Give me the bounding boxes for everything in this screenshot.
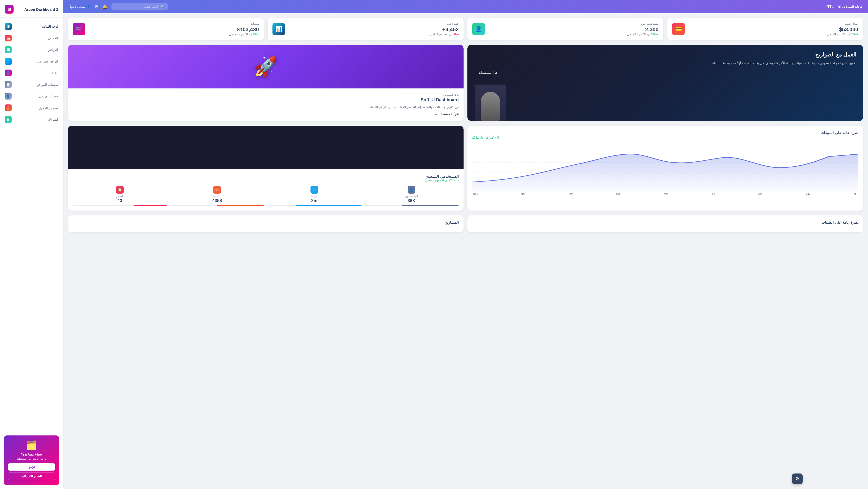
active-users-header: المستخدمين النشطين (+23%) من الأسبوع الم… <box>73 174 459 182</box>
sidebar-item-label-7: تسجيل الدخول <box>38 106 58 110</box>
stats-row: اموال اليوم $53,000 +55% من الأسبوع الما… <box>68 18 863 40</box>
sidebar-item-4[interactable]: RTL 🌐 <box>0 67 63 79</box>
sidebar-item-label-0: لوحة القيادة <box>42 25 58 28</box>
banner-light-text: من الألوان والبطاقات والطباعة إلى العناص… <box>73 105 459 110</box>
x-label: Nov <box>521 193 525 195</box>
metric-value-2: 435$ <box>170 198 265 203</box>
stat-icon-3: 🛒 <box>73 23 85 35</box>
sidebar-item-8[interactable]: اشتراك 📋 <box>0 114 63 125</box>
sidebar-item-7[interactable]: تسجيل الدخول 🔒 <box>0 102 63 114</box>
sidebar-item-6[interactable]: حساب تعريفي 👤 <box>0 90 63 102</box>
sales-chart-card: نظرة عامة على المبيعات ↑ 4% اكثر في عام … <box>467 126 863 210</box>
user-login[interactable]: 👤 يسجل دخول <box>69 5 91 8</box>
metric-item-1: 🐦 نقرات 2m <box>267 186 362 206</box>
metric-value-3: 43 <box>73 198 167 203</box>
active-users-content: المستخدمين النشطين (+23%) من الأسبوع الم… <box>68 169 464 210</box>
metric-bar-3 <box>73 205 167 206</box>
stat-change-1: +33% من الأسبوع الماضي <box>627 33 658 36</box>
sales-chart-svg <box>472 143 858 192</box>
page-title: RTL <box>826 5 834 9</box>
stat-info-3: مبيعات $103,430 +5% من الأسبوع الماضي <box>229 22 259 36</box>
settings-gear-icon: ⚙ <box>795 476 799 482</box>
sidebar-icon-4: 🌐 <box>5 69 11 76</box>
sidebar-icon-3: 🌐 <box>5 58 11 65</box>
upgrade-button[interactable]: التطور للاحترافية <box>8 472 55 480</box>
dashboard-body: اموال اليوم $53,000 +55% من الأسبوع الما… <box>63 13 868 489</box>
breadcrumb-separator: / <box>843 5 845 8</box>
sidebar-item-1[interactable]: الجداول 📅 <box>0 32 63 44</box>
sidebar-item-3[interactable]: الواقع الافتراضي 🌐 <box>0 56 63 67</box>
sidebar-item-label-6: حساب تعريفي <box>39 94 58 98</box>
metric-label-3: العناصر <box>73 195 167 198</box>
charts-row: نظرة عامة على المبيعات ↑ 4% اكثر في عام … <box>68 126 863 210</box>
documentation-button[interactable]: توثيق <box>8 463 55 470</box>
orders-title: نظرة عامة على الطلبات <box>472 220 858 225</box>
sidebar-item-2[interactable]: الفواتير 🧾 <box>0 44 63 56</box>
sidebar-logo-icon: ⊞ <box>5 5 13 13</box>
stat-change-3: +5% من الأسبوع الماضي <box>229 33 259 36</box>
active-users-title: المستخدمين النشطين <box>73 174 459 179</box>
sidebar-help-icon: 🗂️ <box>8 440 55 451</box>
chart-header: نظرة عامة على المبيعات ↑ 4% اكثر في عام … <box>472 131 858 139</box>
notification-icon[interactable]: 🔔 <box>102 4 107 9</box>
sidebar-item-5[interactable]: صفحات المرافق 📑 <box>0 79 63 90</box>
search-input[interactable] <box>114 5 158 8</box>
banner-light: 🚀 بناها المطورون Soft UI Dashboard من ال… <box>68 45 464 121</box>
metric-bar-0 <box>365 205 459 206</box>
metric-bar-2 <box>170 205 265 206</box>
sidebar: Argon Dashboard 2 ⊞ لوحة القيادة 🖥 الجدا… <box>0 0 63 489</box>
x-label: Sep <box>616 193 620 195</box>
stat-card-3: مبيعات $103,430 +5% من الأسبوع الماضي 🛒 <box>68 18 264 40</box>
breadcrumb-parent: لوحات القيادة <box>846 5 862 8</box>
banner-light-link[interactable]: اقرأ المستندات ← <box>73 112 459 116</box>
chart-subtitle-text: ↑ 4% اكثر في عام 2021 <box>472 136 502 139</box>
sidebar-icon-1: 📅 <box>5 35 11 41</box>
settings-icon[interactable]: ⚙ <box>94 4 98 9</box>
stat-icon-1: 👤 <box>472 23 485 35</box>
search-box[interactable]: 🔍 <box>112 3 167 10</box>
metric-label-2: مبيعات <box>170 195 265 198</box>
metric-item-0: 👤 المستخدمون 36K <box>365 186 459 206</box>
metric-icon-2: 🛍 <box>213 186 221 194</box>
stat-change-0: +55% من الأسبوع الماضي <box>827 33 858 36</box>
sidebar-icon-2: 🧾 <box>5 46 11 53</box>
sidebar-icon-7: 🔒 <box>5 105 11 111</box>
chart-title: نظرة عامة على المبيعات <box>472 131 858 135</box>
sidebar-logo-text: Argon Dashboard 2 <box>25 7 58 11</box>
projects-card: المشاريع <box>68 215 464 232</box>
banner-dark-content: العمل مع الصواريخ تكوين الثروة هو لعبة ت… <box>474 52 857 75</box>
sidebar-help-text: يرجى التحقق من مستنداتنا <box>8 457 55 460</box>
login-label: يسجل دخول <box>69 5 85 8</box>
stat-label-0: اموال اليوم <box>827 22 858 25</box>
banner-light-content: بناها المطورون Soft UI Dashboard من الأل… <box>68 88 464 121</box>
sidebar-item-label-5: صفحات المرافق <box>36 83 58 87</box>
banner-dark: العمل مع الصواريخ تكوين الثروة هو لعبة ت… <box>467 45 863 121</box>
sidebar-item-0[interactable]: لوحة القيادة 🖥 <box>0 21 63 32</box>
settings-button[interactable]: ⚙ <box>792 473 803 484</box>
breadcrumb-current: RTL <box>838 5 843 8</box>
stat-card-0: اموال اليوم $53,000 +55% من الأسبوع الما… <box>667 18 863 40</box>
sidebar-icon-8: 📋 <box>5 116 11 123</box>
stat-card-1: مستخدمو اليوم 2,300 +33% من الأسبوع الما… <box>467 18 663 40</box>
stat-info-0: اموال اليوم $53,000 +55% من الأسبوع الما… <box>827 22 858 36</box>
sidebar-help-box: 🗂️ تحتاج مساعدة؟ يرجى التحقق من مستنداتن… <box>4 435 59 485</box>
metric-label-0: المستخدمون <box>365 195 459 198</box>
sidebar-item-label-2: الفواتير <box>48 48 58 52</box>
sidebar-item-label-4: RTL <box>52 71 58 75</box>
sidebar-navigation: لوحة القيادة 🖥 الجداول 📅 الفواتير 🧾 الوا… <box>0 18 63 432</box>
metric-icon-0: 👤 <box>408 186 415 194</box>
stat-icon-0: 💳 <box>672 23 685 35</box>
metric-bar-fill-0 <box>402 205 459 206</box>
metric-value-1: 2m <box>267 198 362 203</box>
banner-dark-link[interactable]: اقرأ المستندات ← <box>474 71 857 75</box>
banner-dark-title: العمل مع الصواريخ <box>474 52 857 58</box>
banner-light-title: Soft UI Dashboard <box>73 97 459 103</box>
banner-light-subtitle: بناها المطورون <box>73 93 459 96</box>
sidebar-item-label-1: الجداول <box>48 36 58 40</box>
metric-item-3: 📋 العناصر 43 <box>73 186 167 206</box>
topnav-actions: 🔍 🔔 ⚙ 👤 يسجل دخول <box>69 3 167 10</box>
stat-label-2: عملاء جدد <box>429 22 459 25</box>
stat-label-3: مبيعات <box>229 22 259 25</box>
stat-info-2: عملاء جدد 3,462+ -2% من الأسبوع الماضي <box>429 22 459 36</box>
stat-info-1: مستخدمو اليوم 2,300 +33% من الأسبوع الما… <box>627 22 658 36</box>
